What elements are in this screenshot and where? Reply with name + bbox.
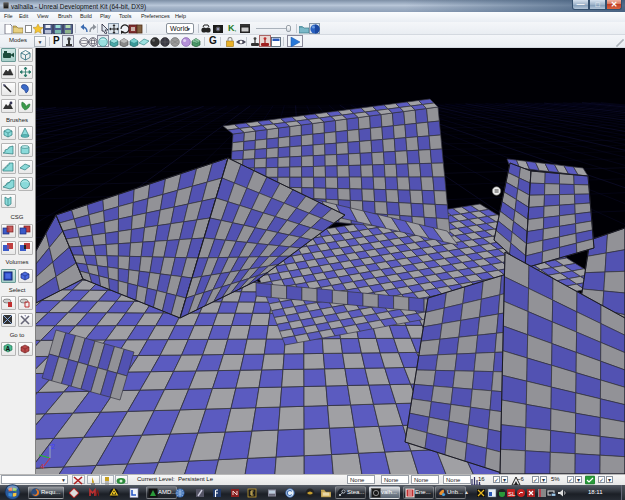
svg-text:2: 2 xyxy=(51,443,55,450)
svg-text:SL: SL xyxy=(508,491,516,497)
svg-text:A: A xyxy=(6,345,11,352)
svg-text:4: 4 xyxy=(40,463,44,470)
